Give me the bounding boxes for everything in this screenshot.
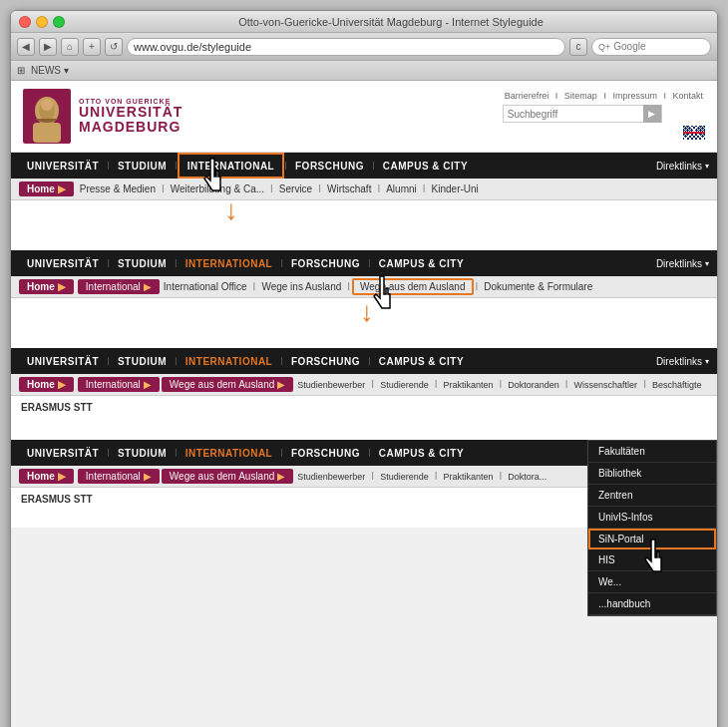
dd-sin-portal[interactable]: SiN-Portal xyxy=(588,529,716,549)
reload-button[interactable]: + xyxy=(83,38,101,56)
nav-universitaet-2[interactable]: UNIVERSITÄT xyxy=(19,250,107,276)
bc3-international[interactable]: International ▶ xyxy=(78,377,160,392)
breadcrumb-home-3[interactable]: Home ▶ xyxy=(19,377,74,392)
bc3-beschaeftigte[interactable]: Beschäftigte xyxy=(652,380,702,390)
bc1-wirtschaft[interactable]: Wirtschaft xyxy=(327,183,371,194)
nav-international-3[interactable]: INTERNATIONAL xyxy=(178,348,280,374)
bc4-studienbewerber[interactable]: Studienbewerber xyxy=(297,472,365,482)
bc2-office[interactable]: International Office xyxy=(164,281,247,292)
bc1-service[interactable]: Service xyxy=(279,183,312,194)
nav-international-4[interactable]: INTERNATIONAL xyxy=(178,440,280,466)
window-title: Otto-von-Guericke-Universität Magdeburg … xyxy=(73,16,709,28)
section3-content: ERASMUS STT xyxy=(11,396,717,436)
nav-items-2: UNIVERSITÄT I STUDIUM I INTERNATIONAL I … xyxy=(19,250,656,276)
portrait-svg xyxy=(25,91,69,143)
nav-universitaet-4[interactable]: UNIVERSITÄT xyxy=(19,440,107,466)
flag-area xyxy=(503,126,705,142)
dd-fakultaeten[interactable]: Fakultäten xyxy=(588,441,716,463)
uk-flag-icon[interactable] xyxy=(683,126,705,140)
svg-rect-3 xyxy=(33,123,61,143)
close-button[interactable] xyxy=(19,16,31,28)
search-icon: Q+ xyxy=(598,42,610,52)
section1-wrapper: UNIVERSITÄT I STUDIUM I INTERNATIONAL I … xyxy=(11,153,717,200)
nav-campus-4[interactable]: CAMPUS & CITY xyxy=(371,440,472,466)
search-input[interactable] xyxy=(504,109,643,120)
impressum-link[interactable]: Impressum xyxy=(612,91,657,101)
refresh-button[interactable]: ↺ xyxy=(105,38,123,56)
bc3-studienbewerber[interactable]: Studienbewerber xyxy=(297,380,365,390)
dd-zentren[interactable]: Zentren xyxy=(588,485,716,507)
direktlinks-arrow-1: ▾ xyxy=(705,162,709,171)
bc1-weiterbildung[interactable]: Weiterbildung & Ca... xyxy=(171,183,264,194)
dd-univis[interactable]: UnivIS-Infos xyxy=(588,507,716,529)
bc2-wege-ins[interactable]: Wege ins Ausland xyxy=(261,281,341,292)
dd-handbuch[interactable]: ...handbuch xyxy=(588,593,716,615)
bc4-praktikanten[interactable]: Praktikanten xyxy=(443,472,493,482)
bc3-praktikanten[interactable]: Praktikanten xyxy=(443,380,493,390)
go-button[interactable]: c xyxy=(569,38,587,56)
bc3-wege-aus[interactable]: Wege aus dem Ausland ▶ xyxy=(162,377,293,392)
nav-studium-2[interactable]: STUDIUM xyxy=(110,250,175,276)
nav-campus-3[interactable]: CAMPUS & CITY xyxy=(371,348,472,374)
forward-button[interactable]: ▶ xyxy=(39,38,57,56)
browser-content: OTTO VON GUERICKE UNIVERSITÄT MAGDEBURG … xyxy=(11,81,717,727)
direktlinks-3[interactable]: Direktlinks ▾ xyxy=(656,356,709,367)
header-search-area[interactable]: ▶ xyxy=(503,105,662,123)
dd-his[interactable]: HIS xyxy=(588,549,716,571)
back-button[interactable]: ◀ xyxy=(17,38,35,56)
bc4-international[interactable]: International ▶ xyxy=(78,469,160,484)
address-bar[interactable]: www.ovgu.de/styleguide xyxy=(127,38,565,56)
minimize-button[interactable] xyxy=(36,16,48,28)
nav-campus-1[interactable]: CAMPUS & CITY xyxy=(375,153,476,179)
title-bar: Otto-von-Guericke-Universität Magdeburg … xyxy=(11,11,717,33)
breadcrumb-home-2[interactable]: Home ▶ xyxy=(19,279,74,294)
nav-forschung-2[interactable]: FORSCHUNG xyxy=(283,250,368,276)
breadcrumb-home-1[interactable]: Home ▶ xyxy=(19,182,74,196)
bc4-doktora[interactable]: Doktora... xyxy=(508,472,546,482)
maximize-button[interactable] xyxy=(53,16,65,28)
breadcrumb-chevron-1: ▶ xyxy=(58,183,66,194)
bc3-doktoranden[interactable]: Doktoranden xyxy=(508,380,559,390)
nav-forschung-4[interactable]: FORSCHUNG xyxy=(283,440,368,466)
nav-forschung-1[interactable]: FORSCHUNG xyxy=(287,153,372,179)
nav-international-1[interactable]: INTERNATIONAL xyxy=(178,153,284,179)
svg-point-4 xyxy=(41,99,53,111)
bc2-wege-aus[interactable]: Wege aus dem Ausland xyxy=(352,278,473,295)
browser-window: Otto-von-Guericke-Universität Magdeburg … xyxy=(10,10,718,727)
news-tab[interactable]: NEWS ▾ xyxy=(31,65,69,76)
nav-forschung-3[interactable]: FORSCHUNG xyxy=(283,348,368,374)
browser-search[interactable]: Q+ Google xyxy=(591,38,711,56)
barrierefrei-link[interactable]: Barrierefrei xyxy=(505,91,549,101)
bc3-wissenschaftler[interactable]: Wissenschaftler xyxy=(574,380,638,390)
bc4-wege-aus[interactable]: Wege aus dem Ausland ▶ xyxy=(162,469,293,484)
breadcrumb-international-2[interactable]: International ▶ xyxy=(78,279,160,294)
nav-international-2[interactable]: INTERNATIONAL xyxy=(178,250,280,276)
dd-we[interactable]: We... xyxy=(588,571,716,593)
kontakt-link[interactable]: Kontakt xyxy=(672,91,703,101)
nav-studium-4[interactable]: STUDIUM xyxy=(110,440,175,466)
home-button[interactable]: ⌂ xyxy=(61,38,79,56)
logo-text: OTTO VON GUERICKE UNIVERSITÄT MAGDEBURG xyxy=(79,98,182,136)
bc1-presse[interactable]: Presse & Medien xyxy=(80,183,156,194)
nav-studium-1[interactable]: STUDIUM xyxy=(110,153,175,179)
bc4-studierende[interactable]: Studierende xyxy=(380,472,429,482)
dd-bibliothek[interactable]: Bibliothek xyxy=(588,463,716,485)
nav-universitaet-3[interactable]: UNIVERSITÄT xyxy=(19,348,107,374)
header-right: Barrierefrei I Sitemap I Impressum I Kon… xyxy=(503,91,705,142)
direktlinks-1[interactable]: Direktlinks ▾ xyxy=(656,161,709,172)
nav-items-1: UNIVERSITÄT I STUDIUM I INTERNATIONAL I … xyxy=(19,153,656,179)
grid-icon: ⊞ xyxy=(17,65,25,76)
nav-studium-3[interactable]: STUDIUM xyxy=(110,348,175,374)
bc1-kinder[interactable]: Kinder-Uni xyxy=(432,183,479,194)
search-button[interactable]: ▶ xyxy=(643,105,661,123)
sitemap-link[interactable]: Sitemap xyxy=(564,91,597,101)
bc1-alumni[interactable]: Alumni xyxy=(386,183,417,194)
bc2-dokumente[interactable]: Dokumente & Formulare xyxy=(484,281,592,292)
university-header: OTTO VON GUERICKE UNIVERSITÄT MAGDEBURG … xyxy=(11,81,717,153)
direktlinks-2[interactable]: Direktlinks ▾ xyxy=(656,258,709,269)
nav-universitaet-1[interactable]: UNIVERSITÄT xyxy=(19,153,107,179)
nav-campus-2[interactable]: CAMPUS & CITY xyxy=(371,250,472,276)
section4-wrapper: UNIVERSITÄT I STUDIUM I INTERNATIONAL I … xyxy=(11,440,717,528)
bc3-studierende[interactable]: Studierende xyxy=(380,380,429,390)
breadcrumb-home-4[interactable]: Home ▶ xyxy=(19,469,74,484)
